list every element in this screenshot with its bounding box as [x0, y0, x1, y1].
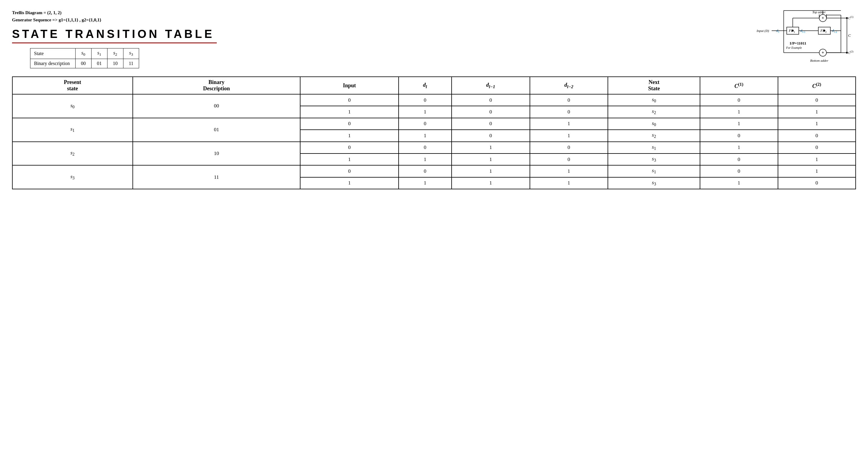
input-val: 0	[300, 142, 398, 154]
s1-binary: 01	[91, 59, 107, 68]
dl1-val: 1	[452, 142, 530, 154]
header-input: Input	[300, 77, 398, 94]
circuit-diagram: Top adder + FF 1 FF 2 Input (D) d l d l-…	[753, 9, 856, 70]
s2-label: s2	[107, 48, 123, 59]
state-label: State	[30, 48, 75, 59]
dl1-val: 0	[452, 130, 530, 141]
next-state-val: s0	[608, 94, 700, 106]
dl-val: 0	[399, 165, 452, 177]
dl2-val: 1	[530, 118, 608, 130]
input-val: 0	[300, 94, 398, 106]
dl1-val: 1	[452, 177, 530, 189]
dl-val: 1	[399, 177, 452, 189]
dl2-val: 0	[530, 142, 608, 154]
present-state-s1: s1	[12, 118, 133, 142]
c2-val: 0	[778, 177, 856, 189]
c1-val: 0	[700, 165, 778, 177]
title-underline	[12, 42, 217, 43]
binary-s1: 01	[133, 118, 301, 142]
input-val: 0	[300, 118, 398, 130]
next-state-val: s2	[608, 130, 700, 141]
c1-val: 1	[700, 118, 778, 130]
binary-s3: 11	[133, 165, 301, 189]
svg-text:Input (D): Input (D)	[756, 29, 769, 33]
generator-label: Generator Sequence => g1={1,1,1} , g2={1…	[12, 16, 742, 24]
header-c1: C(1)	[700, 77, 778, 94]
dl-val: 1	[399, 130, 452, 141]
svg-point-42	[846, 17, 848, 19]
svg-text:+: +	[822, 15, 824, 20]
binary-s0: 00	[133, 94, 301, 118]
s3-binary: 11	[123, 59, 139, 68]
svg-point-50	[792, 30, 794, 32]
table-row: s0 00 0 0 0 0 s0 0 0	[12, 94, 856, 106]
svg-text:(2): (2)	[850, 50, 854, 53]
svg-text:Top adder: Top adder	[812, 10, 826, 14]
next-state-val: s0	[608, 118, 700, 130]
input-val: 1	[300, 130, 398, 141]
header-present-state: Presentstate	[12, 77, 133, 94]
title-info: Trellis Diagram = (2, 1, 2) Generator Se…	[12, 9, 742, 24]
trellis-label: Trellis Diagram = (2, 1, 2)	[12, 9, 742, 16]
c2-val: 1	[778, 106, 856, 118]
c2-val: 1	[778, 165, 856, 177]
present-state-s0: s0	[12, 94, 133, 118]
input-val: 1	[300, 177, 398, 189]
header-c2: C(2)	[778, 77, 856, 94]
dl1-val: 1	[452, 165, 530, 177]
table-row: s1 01 0 0 0 1 s0 1 1	[12, 118, 856, 130]
next-state-val: s1	[608, 165, 700, 177]
dl1-val: 0	[452, 118, 530, 130]
dl2-val: 1	[530, 165, 608, 177]
svg-text:+: +	[822, 50, 824, 55]
svg-text:Bottom adder: Bottom adder	[810, 59, 829, 62]
dl2-val: 0	[530, 106, 608, 118]
main-transition-table: Presentstate BinaryDescription Input dl …	[12, 76, 856, 189]
dl-val: 1	[399, 106, 452, 118]
next-state-val: s2	[608, 106, 700, 118]
header-dl1: dl−1	[452, 77, 530, 94]
dl1-val: 1	[452, 154, 530, 165]
c1-val: 1	[700, 177, 778, 189]
svg-text:(1): (1)	[850, 15, 854, 19]
dl-val: 0	[399, 118, 452, 130]
svg-point-43	[846, 52, 848, 54]
state-mapping-table: State s0 s1 s2 s3 Binary description 00 …	[30, 48, 139, 68]
dl2-val: 1	[530, 177, 608, 189]
state-row: State s0 s1 s2 s3	[30, 48, 139, 59]
header-dl: dl	[399, 77, 452, 94]
input-val: 1	[300, 106, 398, 118]
s0-label: s0	[75, 48, 91, 59]
table-header-row: Presentstate BinaryDescription Input dl …	[12, 77, 856, 94]
header-dl2: dl−2	[530, 77, 608, 94]
c1-val: 0	[700, 94, 778, 106]
c1-val: 0	[700, 154, 778, 165]
c2-val: 0	[778, 142, 856, 154]
next-state-val: s3	[608, 154, 700, 165]
main-table-wrapper: Presentstate BinaryDescription Input dl …	[12, 76, 856, 189]
s2-binary: 10	[107, 59, 123, 68]
svg-text:I/P=11011: I/P=11011	[790, 41, 806, 45]
dl1-val: 0	[452, 94, 530, 106]
c2-val: 0	[778, 94, 856, 106]
c1-val: 1	[700, 106, 778, 118]
dl1-val: 0	[452, 106, 530, 118]
circuit-svg: Top adder + FF 1 FF 2 Input (D) d l d l-…	[753, 9, 856, 69]
input-val: 0	[300, 165, 398, 177]
c2-val: 1	[778, 154, 856, 165]
dl-val: 1	[399, 154, 452, 165]
next-state-val: s3	[608, 177, 700, 189]
svg-text:C: C	[848, 33, 851, 38]
c1-val: 0	[700, 130, 778, 141]
s3-label: s3	[123, 48, 139, 59]
present-state-s3: s3	[12, 165, 133, 189]
dl2-val: 0	[530, 94, 608, 106]
svg-text:2: 2	[825, 30, 827, 33]
next-state-val: s1	[608, 142, 700, 154]
table-row: s2 10 0 0 1 0 s1 1 0	[12, 142, 856, 154]
state-table-container: State s0 s1 s2 s3 Binary description 00 …	[30, 48, 742, 68]
main-title: STATE TRANSITION TABLE	[12, 28, 742, 41]
svg-text:1: 1	[794, 30, 795, 33]
table-row: s3 11 0 0 1 1 s1 0 1	[12, 165, 856, 177]
s1-label: s1	[91, 48, 107, 59]
